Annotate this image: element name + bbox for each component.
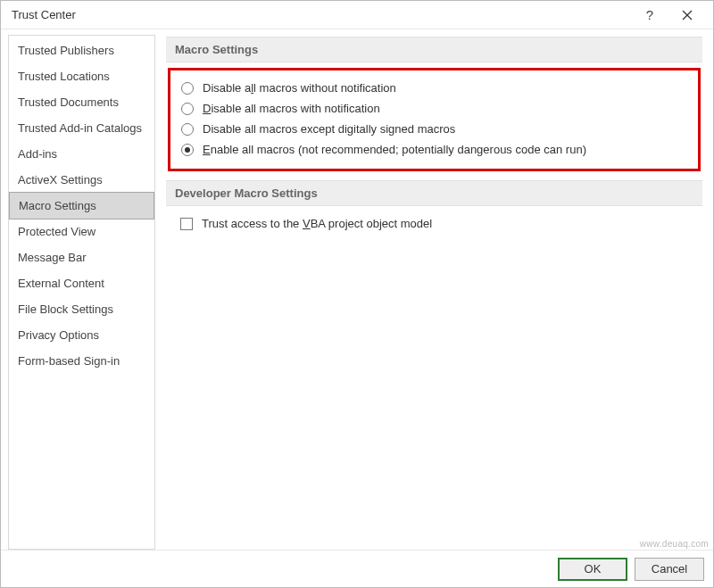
- sidebar-item-label: File Block Settings: [18, 302, 113, 316]
- sidebar-item-label: Form-based Sign-in: [18, 354, 120, 368]
- close-button[interactable]: [668, 2, 706, 29]
- sidebar-item-message-bar[interactable]: Message Bar: [9, 244, 154, 270]
- radio-icon: [181, 103, 194, 115]
- sidebar-item-label: Add-ins: [18, 147, 57, 161]
- checkbox-label: Trust access to the VBA project object m…: [202, 217, 432, 230]
- sidebar-item-label: ActiveX Settings: [18, 173, 103, 186]
- radio-icon: [181, 82, 194, 95]
- sidebar-item-external-content[interactable]: External Content: [9, 270, 154, 296]
- sidebar-item-macro-settings[interactable]: Macro Settings: [9, 192, 154, 219]
- section-header-developer-macro-settings: Developer Macro Settings: [166, 180, 702, 206]
- radio-icon: [181, 123, 194, 136]
- radio-disable-except-signed[interactable]: Disable all macros except digitally sign…: [181, 119, 687, 139]
- radio-label: Disable all macros except digitally sign…: [203, 122, 455, 136]
- titlebar: Trust Center ?: [1, 1, 713, 29]
- close-icon: [682, 10, 693, 21]
- sidebar-item-label: Trusted Documents: [18, 95, 119, 109]
- sidebar-item-label: Trusted Locations: [18, 70, 110, 83]
- sidebar-item-trusted-documents[interactable]: Trusted Documents: [9, 89, 154, 115]
- help-icon: ?: [646, 7, 653, 22]
- window-title: Trust Center: [12, 8, 631, 21]
- watermark: www.deuaq.com: [640, 539, 709, 549]
- content-area: Trusted Publishers Trusted Locations Tru…: [1, 29, 713, 550]
- button-label: OK: [585, 562, 602, 576]
- button-label: Cancel: [652, 562, 687, 576]
- checkbox-trust-vba-access[interactable]: Trust access to the VBA project object m…: [166, 213, 702, 234]
- sidebar-item-label: Trusted Publishers: [18, 44, 114, 57]
- radio-icon: [181, 144, 194, 156]
- radio-enable-all-macros[interactable]: Enable all macros (not recommended; pote…: [181, 139, 687, 160]
- dialog-footer: OK Cancel: [1, 550, 713, 587]
- radio-disable-without-notification[interactable]: Disable all macros without notification: [181, 78, 687, 98]
- sidebar-item-privacy-options[interactable]: Privacy Options: [9, 322, 154, 348]
- main-panel: Macro Settings Disable all macros withou…: [166, 35, 706, 550]
- sidebar-item-label: Macro Settings: [19, 199, 96, 212]
- sidebar-item-trusted-publishers[interactable]: Trusted Publishers: [9, 37, 154, 63]
- sidebar-item-addins[interactable]: Add-ins: [9, 141, 154, 167]
- sidebar: Trusted Publishers Trusted Locations Tru…: [8, 35, 155, 550]
- checkbox-icon: [180, 218, 193, 230]
- cancel-button[interactable]: Cancel: [635, 558, 704, 581]
- trust-center-dialog: Trust Center ? Trusted Publishers Truste…: [0, 0, 714, 588]
- sidebar-item-file-block-settings[interactable]: File Block Settings: [9, 296, 154, 322]
- macro-options-group: Disable all macros without notification …: [168, 68, 701, 171]
- sidebar-item-label: Protected View: [18, 225, 95, 238]
- sidebar-item-trusted-addin-catalogs[interactable]: Trusted Add-in Catalogs: [9, 115, 154, 141]
- section-header-macro-settings: Macro Settings: [166, 37, 702, 62]
- sidebar-item-label: Privacy Options: [18, 328, 99, 342]
- ok-button[interactable]: OK: [558, 558, 627, 581]
- sidebar-item-protected-view[interactable]: Protected View: [9, 219, 154, 244]
- sidebar-item-trusted-locations[interactable]: Trusted Locations: [9, 63, 154, 89]
- sidebar-item-label: Trusted Add-in Catalogs: [18, 121, 142, 135]
- sidebar-item-label: Message Bar: [18, 251, 87, 264]
- sidebar-item-label: External Content: [18, 277, 104, 290]
- sidebar-item-form-based-signin[interactable]: Form-based Sign-in: [9, 348, 154, 374]
- radio-label: Disable all macros without notification: [203, 81, 396, 95]
- radio-label: Disable all macros with notification: [203, 102, 380, 115]
- help-button[interactable]: ?: [631, 2, 668, 29]
- radio-label: Enable all macros (not recommended; pote…: [203, 143, 586, 156]
- radio-disable-with-notification[interactable]: Disable all macros with notification: [181, 98, 687, 119]
- sidebar-item-activex-settings[interactable]: ActiveX Settings: [9, 167, 154, 193]
